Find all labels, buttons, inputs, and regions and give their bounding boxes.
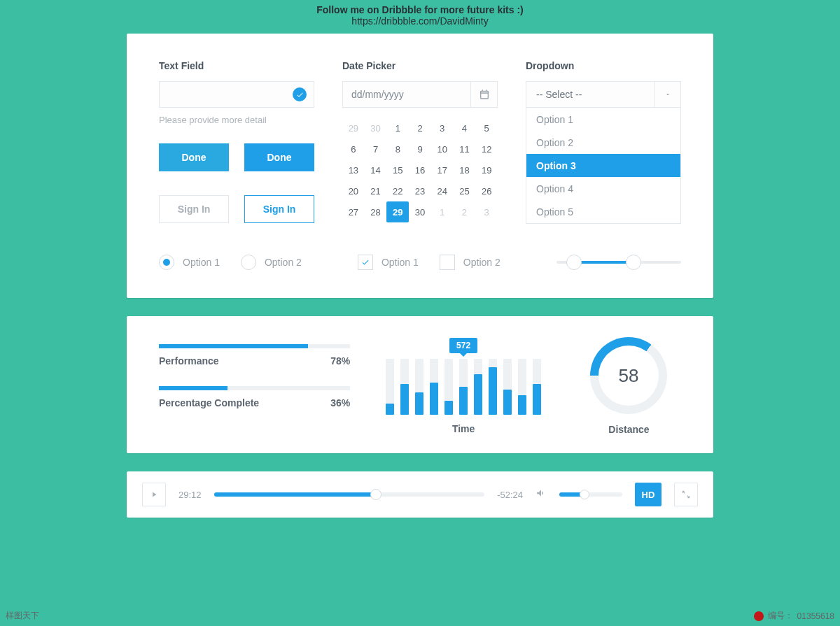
checkbox-option-2[interactable] [440,255,455,270]
calendar-day[interactable]: 1 [386,118,409,138]
signin-button-alt[interactable]: Sign In [244,195,314,223]
date-input[interactable]: dd/mm/yyyy [342,81,498,108]
dropdown-option[interactable]: Option 2 [526,131,680,154]
bar [518,359,526,415]
text-input[interactable] [159,81,314,108]
calendar-day[interactable]: 29 [342,118,365,138]
calendar-day[interactable]: 18 [454,159,476,180]
calendar-day[interactable]: 11 [454,138,476,159]
checkbox-label-1: Option 1 [382,257,419,268]
chevron-down-icon [654,82,680,107]
check-icon [293,87,307,101]
calendar-day[interactable]: 27 [342,201,365,222]
calendar-day[interactable]: 7 [365,138,387,159]
calendar-day[interactable]: 24 [431,180,454,201]
radio-option-1[interactable] [159,255,174,270]
calendar-day[interactable]: 15 [386,159,409,180]
calendar-day[interactable]: 26 [475,180,498,201]
bar [459,359,468,415]
calendar-day[interactable]: 22 [386,180,409,201]
player-panel: 29:12 -52:24 HD [127,471,713,518]
calendar-day[interactable]: 30 [365,118,387,138]
footer-watermark: 样图天下 [6,610,39,622]
volume-icon[interactable] [536,488,547,501]
calendar-day[interactable]: 12 [475,138,498,159]
calendar-day[interactable]: 29 [386,201,409,222]
radio-option-2[interactable] [241,255,256,270]
time-remaining: -52:24 [497,490,523,500]
calendar-day[interactable]: 4 [454,118,476,138]
page-subtitle: https://dribbble.com/DavidMinty [0,15,840,27]
calendar-icon[interactable] [470,82,497,107]
done-button[interactable]: Done [159,143,229,171]
dropdown-option[interactable]: Option 4 [526,177,680,200]
footer-id-value: 01355618 [797,611,834,621]
text-field-label: Text Field [159,60,314,71]
radio-label-2: Option 2 [265,257,302,268]
page-title: Follow me on Dribbble for more future ki… [0,4,840,15]
time-elapsed: 29:12 [178,490,202,500]
calendar-day[interactable]: 9 [409,138,431,159]
range-slider[interactable] [556,255,681,270]
dropdown-option[interactable]: Option 5 [526,200,680,223]
calendar-day[interactable]: 2 [454,201,476,222]
progress-bar [159,386,350,390]
calendar-day[interactable]: 19 [475,159,498,180]
calendar-day[interactable]: 1 [431,201,454,222]
bar [415,359,424,415]
calendar-day[interactable]: 14 [365,159,387,180]
checkbox-option-1[interactable] [358,255,373,270]
calendar-day[interactable]: 3 [431,118,454,138]
text-field-hint: Please provide more detail [159,115,314,125]
dropdown-option[interactable]: Option 3 [526,154,680,177]
bar [430,359,438,415]
calendar-day[interactable]: 5 [475,118,498,138]
signin-button[interactable]: Sign In [159,195,229,223]
calendar-day[interactable]: 2 [409,118,431,138]
volume-bar[interactable] [559,492,622,497]
dropdown-option[interactable]: Option 1 [526,108,680,131]
progress-value: 36% [330,397,350,408]
footer-dot-icon [754,611,764,621]
form-panel: Text Field Please provide more detail Do… [127,34,713,298]
play-button[interactable] [142,483,166,506]
fullscreen-button[interactable] [674,483,698,506]
dropdown-label: Dropdown [526,60,681,71]
dropdown-toggle[interactable]: -- Select -- [526,81,681,108]
dropdown-selected: -- Select -- [526,82,654,107]
calendar-day[interactable]: 3 [475,201,498,222]
radio-label-1: Option 1 [183,257,220,268]
date-placeholder: dd/mm/yyyy [343,82,470,107]
calendar-day[interactable]: 30 [409,201,431,222]
ring-label: Distance [577,424,681,435]
calendar-day[interactable]: 10 [431,138,454,159]
hd-button[interactable]: HD [635,483,662,506]
bar [474,359,482,415]
footer-id: 编号：01355618 [754,610,834,622]
calendar-day[interactable]: 23 [409,180,431,201]
footer-id-label: 编号： [768,610,793,622]
ring-chart: 58 [590,337,667,414]
ring-value: 58 [598,346,659,406]
dropdown-list: Option 1Option 2Option 3Option 4Option 5 [526,108,681,224]
progress-label: Performance [159,355,219,367]
calendar-day[interactable]: 21 [365,180,387,201]
calendar-day[interactable]: 20 [342,180,365,201]
progress-value: 78% [330,355,350,367]
bar-chart [385,359,542,415]
calendar-day[interactable]: 28 [365,201,387,222]
calendar-day[interactable]: 16 [409,159,431,180]
bar [503,359,512,415]
bar [533,359,541,415]
checkbox-label-2: Option 2 [463,257,500,268]
done-button-alt[interactable]: Done [244,143,314,171]
progress-label: Percentage Complete [159,397,259,408]
calendar-day[interactable]: 25 [454,180,476,201]
calendar-day[interactable]: 8 [386,138,409,159]
seek-bar[interactable] [214,492,485,497]
calendar-day[interactable]: 17 [431,159,454,180]
date-picker-label: Date Picker [342,60,498,71]
calendar-day[interactable]: 6 [342,138,365,159]
stats-panel: Performance78%Percentage Complete36% 572… [127,316,713,453]
calendar-day[interactable]: 13 [342,159,365,180]
